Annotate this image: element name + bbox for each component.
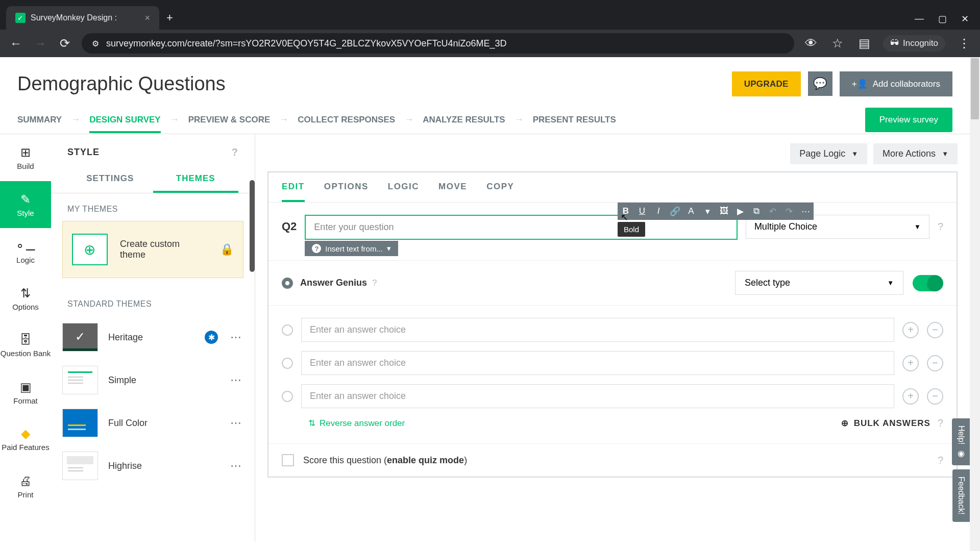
bulk-answers-button[interactable]: ⊕ BULK ANSWERS bbox=[841, 418, 930, 429]
preview-survey-button[interactable]: Preview survey bbox=[865, 108, 952, 132]
rail-logic[interactable]: ⚬⚊ Logic bbox=[0, 228, 51, 275]
accessibility-icon[interactable]: ✱ bbox=[205, 331, 218, 344]
answer-genius-type-dropdown[interactable]: Select type ▼ bbox=[735, 271, 903, 295]
minimize-icon[interactable]: — bbox=[915, 13, 924, 24]
paid-features-icon: ◆ bbox=[21, 427, 30, 441]
create-custom-theme[interactable]: ⊕ Create custom theme 🔒 bbox=[62, 221, 243, 278]
reload-icon[interactable]: ⟳ bbox=[57, 36, 72, 51]
bookmark-icon[interactable]: ☆ bbox=[830, 36, 845, 51]
theme-simple[interactable]: Simple ⋯ bbox=[51, 359, 255, 402]
qtab-move[interactable]: MOVE bbox=[438, 182, 467, 202]
image-icon[interactable]: 🖼 bbox=[716, 203, 732, 220]
redo-icon[interactable]: ↷ bbox=[781, 203, 797, 220]
tab-present-results[interactable]: PRESENT RESULTS bbox=[533, 107, 616, 133]
visibility-off-icon[interactable]: 👁 bbox=[803, 36, 819, 51]
help-icon[interactable]: ? bbox=[938, 417, 943, 429]
answer-radio[interactable] bbox=[282, 391, 293, 402]
remove-answer-icon[interactable]: − bbox=[927, 355, 943, 371]
rail-format[interactable]: ▣ Format bbox=[0, 369, 51, 416]
more-actions-label: More Actions bbox=[883, 148, 936, 159]
more-icon[interactable]: ⋯ bbox=[228, 373, 243, 387]
answer-input[interactable] bbox=[301, 318, 894, 342]
close-window-icon[interactable]: ✕ bbox=[961, 13, 969, 24]
link-icon[interactable]: 🔗 bbox=[667, 203, 683, 220]
answer-radio[interactable] bbox=[282, 358, 293, 369]
add-answer-icon[interactable]: + bbox=[902, 388, 919, 405]
rail-style[interactable]: ✎ Style bbox=[0, 181, 51, 228]
add-answer-icon[interactable]: + bbox=[902, 355, 919, 371]
tab-preview-score[interactable]: PREVIEW & SCORE bbox=[188, 107, 271, 133]
text-color-icon[interactable]: A bbox=[683, 203, 699, 220]
answer-radio[interactable] bbox=[282, 324, 293, 336]
browser-nav-bar: ← → ⟳ ⚙ surveymonkey.com/create/?sm=rsYO… bbox=[0, 30, 980, 57]
theme-full-color[interactable]: Full Color ⋯ bbox=[51, 402, 255, 444]
rail-options[interactable]: ⇅ Options bbox=[0, 275, 51, 322]
theme-highrise[interactable]: Highrise ⋯ bbox=[51, 444, 255, 487]
embed-icon[interactable]: ⧉ bbox=[748, 203, 765, 220]
rail-paid-features[interactable]: ◆ Paid Features bbox=[0, 416, 51, 463]
help-icon[interactable]: ? bbox=[938, 221, 943, 233]
italic-icon[interactable]: I bbox=[650, 203, 667, 220]
add-collaborators-button[interactable]: +👤 Add collaborators bbox=[840, 71, 952, 96]
rtf-toolbar: B U I 🔗 A ▾ 🖼 ▶ ⧉ ↶ ↷ ⋯ bbox=[618, 203, 814, 220]
chevron-down-icon[interactable]: ▾ bbox=[699, 203, 716, 220]
panel-tab-themes[interactable]: THEMES bbox=[153, 166, 239, 193]
rail-build-label: Build bbox=[17, 162, 34, 170]
help-icon[interactable]: ? bbox=[232, 146, 238, 158]
maximize-icon[interactable]: ▢ bbox=[938, 13, 947, 24]
more-icon[interactable]: ⋯ bbox=[228, 331, 243, 344]
back-icon[interactable]: ← bbox=[8, 36, 23, 51]
chat-button[interactable]: 💬 bbox=[808, 71, 832, 96]
bulk-label: BULK ANSWERS bbox=[854, 418, 930, 429]
qtab-options[interactable]: OPTIONS bbox=[324, 182, 369, 202]
more-icon[interactable]: ⋯ bbox=[797, 203, 814, 220]
answer-genius-toggle[interactable] bbox=[913, 275, 943, 291]
undo-icon[interactable]: ↶ bbox=[765, 203, 781, 220]
panel-scrollbar[interactable] bbox=[250, 180, 255, 272]
insert-text-label: Insert text from... bbox=[325, 244, 383, 253]
new-tab-button[interactable]: + bbox=[166, 11, 173, 24]
help-icon[interactable]: ? bbox=[938, 455, 943, 466]
qtab-edit[interactable]: EDIT bbox=[282, 182, 305, 202]
feedback-tab[interactable]: Feedback! bbox=[952, 469, 970, 522]
theme-heritage[interactable]: ✓ Heritage ✱ ⋯ bbox=[51, 316, 255, 359]
rail-question-bank[interactable]: 🗄 Question Bank bbox=[0, 322, 51, 369]
tab-analyze-results[interactable]: ANALYZE RESULTS bbox=[423, 107, 505, 133]
more-actions-dropdown[interactable]: More Actions ▼ bbox=[873, 143, 958, 164]
tab-collect-responses[interactable]: COLLECT RESPONSES bbox=[298, 107, 395, 133]
underline-icon[interactable]: U bbox=[634, 203, 650, 220]
menu-icon[interactable]: ⋮ bbox=[957, 36, 972, 51]
survey-title[interactable]: Demographic Questions bbox=[17, 73, 226, 95]
qtab-logic[interactable]: LOGIC bbox=[388, 182, 419, 202]
add-answer-icon[interactable]: + bbox=[902, 322, 919, 338]
help-icon[interactable]: ? bbox=[372, 278, 377, 288]
answer-input[interactable] bbox=[301, 351, 894, 375]
reverse-answer-order[interactable]: ⇅ Reverse answer order bbox=[308, 418, 405, 429]
page-scrollbar[interactable] bbox=[970, 57, 980, 551]
page-logic-dropdown[interactable]: Page Logic ▼ bbox=[790, 143, 867, 164]
question-card: EDIT OPTIONS LOGIC MOVE COPY Q2 ? Insert… bbox=[267, 171, 958, 478]
answer-input[interactable] bbox=[301, 384, 894, 408]
site-info-icon[interactable]: ⚙ bbox=[92, 39, 99, 48]
video-icon[interactable]: ▶ bbox=[732, 203, 748, 220]
tab-design-survey[interactable]: DESIGN SURVEY bbox=[89, 107, 161, 133]
side-panel-icon[interactable]: ▤ bbox=[856, 36, 872, 51]
score-question-checkbox[interactable] bbox=[282, 454, 294, 466]
remove-answer-icon[interactable]: − bbox=[927, 388, 943, 405]
tab-summary[interactable]: SUMMARY bbox=[17, 107, 62, 133]
browser-tab[interactable]: ✓ SurveyMonkey Design : × bbox=[6, 6, 159, 30]
rail-print[interactable]: 🖨 Print bbox=[0, 463, 51, 510]
more-icon[interactable]: ⋯ bbox=[228, 459, 243, 472]
remove-answer-icon[interactable]: − bbox=[927, 322, 943, 338]
more-icon[interactable]: ⋯ bbox=[228, 416, 243, 430]
panel-tab-settings[interactable]: SETTINGS bbox=[67, 166, 153, 193]
rail-build[interactable]: ⊞ Build bbox=[0, 134, 51, 181]
insert-text-from-button[interactable]: ? Insert text from... ▾ bbox=[305, 241, 398, 256]
help-tab[interactable]: Help! ◉ bbox=[952, 418, 970, 465]
qtab-copy[interactable]: COPY bbox=[486, 182, 514, 202]
upgrade-button[interactable]: UPGRADE bbox=[732, 71, 801, 96]
close-tab-icon[interactable]: × bbox=[144, 13, 150, 23]
answer-genius-radio[interactable] bbox=[282, 278, 293, 289]
incognito-badge[interactable]: 🕶 Incognito bbox=[883, 35, 945, 52]
url-bar[interactable]: ⚙ surveymonkey.com/create/?sm=rsYO2R2V0E… bbox=[82, 33, 794, 54]
